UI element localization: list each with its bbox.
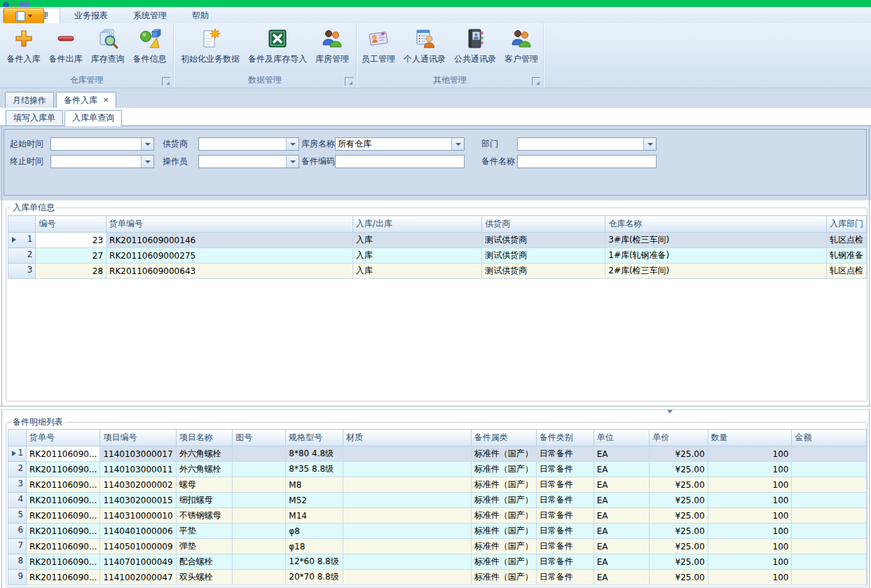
cell[interactable]: 23 xyxy=(36,233,107,248)
dropdown-button[interactable] xyxy=(451,138,464,150)
cell[interactable] xyxy=(233,524,286,539)
cell[interactable]: RK201106090... xyxy=(27,477,100,493)
cell[interactable]: 标准件（国产） xyxy=(471,524,536,539)
row-indicator[interactable]: 3 xyxy=(8,477,27,493)
cell[interactable]: 日常备件 xyxy=(536,554,594,570)
cell[interactable]: EA xyxy=(594,493,650,508)
ribbon-tab-system[interactable]: 系统管理 xyxy=(122,8,178,23)
column-header[interactable]: 项目编号 xyxy=(100,430,176,446)
row-indicator[interactable]: 2 xyxy=(8,462,27,477)
cell[interactable] xyxy=(792,554,867,570)
column-header[interactable]: 备件属类 xyxy=(471,430,536,446)
init-business-data-button[interactable]: 初始化业务数据 xyxy=(177,25,244,74)
cell[interactable]: RK20110609000146 xyxy=(107,233,353,248)
row-indicator[interactable]: 7 xyxy=(8,539,27,554)
cell[interactable]: RK201106090... xyxy=(27,524,100,539)
cell[interactable] xyxy=(233,493,286,508)
cell[interactable]: 测试供货商 xyxy=(482,248,605,264)
splitter-collapse-icon[interactable] xyxy=(667,410,673,413)
cell[interactable] xyxy=(233,508,286,524)
ribbon-tab-reports[interactable]: 业务报表 xyxy=(63,8,119,23)
employee-manage-button[interactable]: 员工管理 xyxy=(357,25,399,74)
cell[interactable]: 测试供货商 xyxy=(482,233,605,248)
dialog-launcher-icon[interactable] xyxy=(345,77,353,86)
cell[interactable]: RK20110609000643 xyxy=(107,264,353,279)
cell[interactable]: 8*80 4.8级 xyxy=(286,446,343,462)
cell[interactable]: ¥25.00 xyxy=(650,539,708,554)
column-header[interactable]: 金额 xyxy=(792,430,867,446)
column-header[interactable]: 规格型号 xyxy=(286,430,343,446)
cell[interactable]: φ18 xyxy=(286,539,343,554)
supplier-combo[interactable] xyxy=(198,137,299,151)
parts-inbound-button[interactable]: 备件入库 xyxy=(3,25,45,74)
cell[interactable] xyxy=(343,462,472,477)
row-indicator[interactable]: 5 xyxy=(8,508,27,524)
dropdown-button[interactable] xyxy=(286,156,299,167)
cell[interactable] xyxy=(792,570,867,585)
cell[interactable]: 平垫 xyxy=(176,524,233,539)
cell[interactable]: 1140103000011 xyxy=(100,462,176,477)
cell[interactable]: 日常备件 xyxy=(536,570,594,585)
cell[interactable]: 1140103000017 xyxy=(100,446,176,462)
cell[interactable] xyxy=(792,524,867,539)
dialog-launcher-icon[interactable] xyxy=(532,77,540,86)
cell[interactable]: 标准件（国产） xyxy=(471,446,536,462)
cell[interactable]: ¥25.00 xyxy=(650,462,708,477)
cell[interactable] xyxy=(343,508,472,524)
cell[interactable]: ¥25.00 xyxy=(650,493,708,508)
cell[interactable]: RK201106090... xyxy=(27,462,100,477)
cell[interactable]: ¥25.00 xyxy=(650,508,708,524)
application-menu-button[interactable] xyxy=(4,8,44,24)
warehouse-combo[interactable]: 所有仓库 xyxy=(335,137,465,151)
cell[interactable]: EA xyxy=(594,524,650,539)
dropdown-button[interactable] xyxy=(141,156,153,167)
cell[interactable]: 100 xyxy=(708,554,792,570)
cell[interactable] xyxy=(792,462,867,477)
close-icon[interactable] xyxy=(103,97,109,104)
cell[interactable]: EA xyxy=(594,554,650,570)
column-header[interactable]: 供货商 xyxy=(482,216,605,233)
cell[interactable] xyxy=(343,524,472,539)
cell[interactable]: 1140302000002 xyxy=(100,477,176,493)
cell[interactable]: ¥25.00 xyxy=(650,446,708,462)
cell[interactable]: 1140401000006 xyxy=(100,524,176,539)
sub-tab-inbound-query[interactable]: 入库单查询 xyxy=(64,110,122,126)
cell[interactable]: 8*35 8.8级 xyxy=(286,462,343,477)
cell[interactable]: ¥25.00 xyxy=(650,554,708,570)
cell[interactable]: 测试供货商 xyxy=(482,264,605,279)
column-header[interactable]: 仓库名称 xyxy=(605,216,827,233)
cell[interactable]: 3#库(检三车间) xyxy=(605,233,827,248)
column-header[interactable]: 数量 xyxy=(708,430,792,446)
cell[interactable] xyxy=(792,508,867,524)
column-header[interactable]: 编号 xyxy=(36,216,107,233)
cell[interactable]: 日常备件 xyxy=(536,524,594,539)
start-time-combo[interactable] xyxy=(50,137,154,151)
cell[interactable]: M8 xyxy=(286,477,343,493)
cell[interactable]: 1141002000047 xyxy=(100,570,176,585)
cell[interactable]: 标准件（国产） xyxy=(471,477,536,493)
cell[interactable]: RK201106090... xyxy=(27,446,100,462)
cell[interactable] xyxy=(792,477,867,493)
cell[interactable] xyxy=(343,493,472,508)
part-code-input[interactable] xyxy=(335,155,465,168)
cell[interactable]: 弹垫 xyxy=(176,539,233,554)
cell[interactable]: 日常备件 xyxy=(536,493,594,508)
column-header[interactable]: 单价 xyxy=(650,430,708,446)
cell[interactable]: 轧区点检 xyxy=(826,233,866,248)
cell[interactable]: 2#库(检三车间) xyxy=(605,264,827,279)
sub-tab-fill-inbound[interactable]: 填写入库单 xyxy=(6,110,63,125)
cell[interactable]: 双头螺栓 xyxy=(176,570,233,585)
cell[interactable]: ¥25.00 xyxy=(650,524,708,539)
parts-inventory-import-button[interactable]: 备件及库存导入 xyxy=(244,25,311,74)
column-header[interactable]: 单位 xyxy=(594,430,650,446)
column-header[interactable]: 项目名称 xyxy=(176,430,233,446)
cell[interactable]: 标准件（国产） xyxy=(471,508,536,524)
cell[interactable]: 细扣螺母 xyxy=(176,493,233,508)
cell[interactable]: 100 xyxy=(708,462,792,477)
cell[interactable]: 标准件（国产） xyxy=(471,554,536,570)
cell[interactable] xyxy=(233,539,286,554)
doc-tab-month-end[interactable]: 月结操作 xyxy=(5,92,54,108)
row-indicator[interactable]: 1 xyxy=(8,446,27,462)
row-indicator[interactable]: 1 xyxy=(8,233,36,248)
cell[interactable]: 100 xyxy=(708,493,792,508)
